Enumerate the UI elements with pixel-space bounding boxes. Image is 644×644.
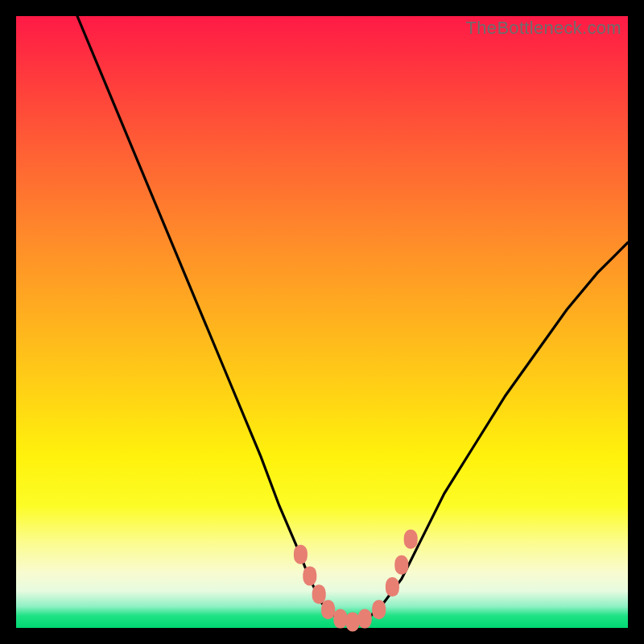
curve-marker — [333, 609, 347, 629]
curve-marker — [372, 600, 386, 619]
plot-area: TheBottleneck.com — [16, 16, 628, 628]
chart-svg — [16, 16, 628, 628]
curve-marker — [404, 530, 418, 549]
curve-marker — [321, 600, 335, 619]
curve-marker — [312, 584, 326, 604]
curve-marker — [294, 545, 308, 564]
bottleneck-curve — [77, 16, 628, 621]
curve-marker — [358, 609, 372, 629]
chart-frame: TheBottleneck.com — [0, 0, 644, 644]
curve-marker — [394, 555, 408, 575]
curve-marker — [386, 577, 399, 597]
curve-marker — [346, 612, 360, 631]
curve-marker — [303, 566, 316, 585]
